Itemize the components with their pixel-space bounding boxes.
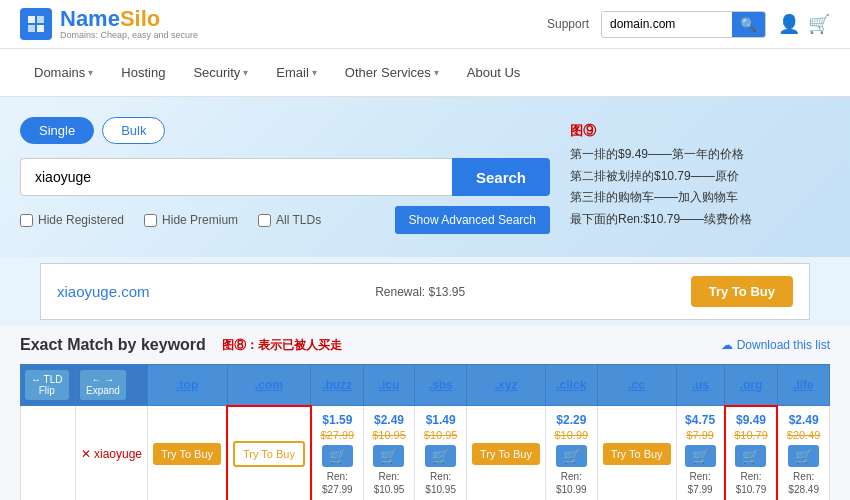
tld-table: ↔ TLDFlip ← →Expand .top .com .buzz .icu… (20, 364, 830, 500)
expand-button[interactable]: ← →Expand (80, 370, 126, 400)
col-com[interactable]: .com (227, 365, 311, 406)
domain-search-small[interactable]: 🔍 (601, 11, 766, 38)
logo-tagline: Domains: Cheap, easy and secure (60, 30, 198, 40)
col-org[interactable]: .org (725, 365, 778, 406)
cart-sbs[interactable]: 🛒 (425, 445, 456, 467)
top-bar: NameSilo Domains: Cheap, easy and secure… (0, 0, 850, 49)
section-header: Exact Match by keyword 图⑧：表示已被人买走 ☁ Down… (20, 336, 830, 354)
search-tabs: Single Bulk (20, 117, 550, 144)
logo-text: NameSilo Domains: Cheap, easy and secure (60, 8, 198, 40)
col-click[interactable]: .click (545, 365, 597, 406)
nav-email[interactable]: Email ▾ (262, 49, 331, 96)
figure8-label: 图⑧：表示已被人买走 (222, 337, 342, 354)
advanced-search-button[interactable]: Show Advanced Search (395, 206, 550, 234)
cell-top: Try To Buy (148, 406, 227, 501)
chevron-down-icon: ▾ (243, 67, 248, 78)
nav-about-us[interactable]: About Us (453, 49, 534, 96)
domain-try-buy-button[interactable]: Try To Buy (691, 276, 793, 307)
col-xyz[interactable]: .xyz (467, 365, 546, 406)
cell-buzz: $1.59 $27.99 🛒 Ren: $27.99 (311, 406, 363, 501)
logo-name: NameSilo (60, 8, 198, 30)
cell-icu: $2.49 $10.95 🛒 Ren: $10.95 (363, 406, 415, 501)
hide-registered-filter[interactable]: Hide Registered (20, 213, 124, 227)
hero-section: Single Bulk Search Hide Registered Hide … (0, 97, 850, 257)
all-tlds-filter[interactable]: All TLDs (258, 213, 321, 227)
main-search-input[interactable] (20, 158, 452, 196)
col-sbs[interactable]: .sbs (415, 365, 467, 406)
annot-line1: 第一排的$9.49——第一年的价格 (570, 144, 830, 166)
bulk-tab[interactable]: Bulk (102, 117, 165, 144)
figure9-label: 图⑨ (570, 122, 830, 140)
cart-icon[interactable]: 🛒 (808, 13, 830, 35)
main-content: Exact Match by keyword 图⑧：表示已被人买走 ☁ Down… (0, 326, 850, 500)
svg-rect-0 (28, 16, 35, 23)
cart-us[interactable]: 🛒 (685, 445, 716, 467)
cart-life[interactable]: 🛒 (788, 445, 819, 467)
chevron-down-icon: ▾ (312, 67, 317, 78)
cell-click: $2.29 $10.99 🛒 Ren: $10.99 (545, 406, 597, 501)
download-icon: ☁ (721, 338, 733, 352)
nav-hosting[interactable]: Hosting (107, 49, 179, 96)
nav-security[interactable]: Security ▾ (179, 49, 262, 96)
renewal-price: Renewal: $13.95 (375, 285, 465, 299)
col-buzz[interactable]: .buzz (311, 365, 363, 406)
cell-com: Try To Buy (227, 406, 311, 501)
table-row: ✕ xiaoyuge Try To Buy Try To Buy (21, 406, 830, 501)
hide-premium-filter[interactable]: Hide Premium (144, 213, 238, 227)
annot-line3: 第三排的购物车——加入购物车 (570, 187, 830, 209)
cell-sbs: $1.49 $10.95 🛒 Ren: $10.95 (415, 406, 467, 501)
expand-col-header: ← →Expand (76, 365, 148, 406)
price-click: $2.29 $10.99 🛒 Ren: $10.99 (551, 413, 592, 497)
support-label: Support (547, 17, 589, 31)
annotation-block: 图⑨ 第一排的$9.49——第一年的价格 第二排被划掉的$10.79——原价 第… (570, 117, 830, 230)
cart-org[interactable]: 🛒 (735, 445, 766, 467)
price-life: $2.49 $20.49 🛒 Ren: $28.49 (783, 413, 824, 497)
cell-cc: Try To Buy (597, 406, 676, 501)
cell-xyz: Try To Buy (467, 406, 546, 501)
col-cc[interactable]: .cc (597, 365, 676, 406)
svg-rect-1 (37, 16, 44, 23)
cell-us: $4.75 $7.99 🛒 Ren: $7.99 (676, 406, 725, 501)
cart-buzz[interactable]: 🛒 (322, 445, 353, 467)
nav-domains[interactable]: Domains ▾ (20, 49, 107, 96)
domain-name: xiaoyuge.com (57, 283, 150, 300)
cell-life: $2.49 $20.49 🛒 Ren: $28.49 (777, 406, 829, 501)
annot-line2: 第二排被划掉的$10.79——原价 (570, 166, 830, 188)
domain-search-small-button[interactable]: 🔍 (732, 12, 765, 37)
single-tab[interactable]: Single (20, 117, 94, 144)
try-buy-xyz[interactable]: Try To Buy (472, 443, 540, 465)
filter-row: Hide Registered Hide Premium All TLDs Sh… (20, 206, 550, 234)
cart-icu[interactable]: 🛒 (373, 445, 404, 467)
search-button[interactable]: Search (452, 158, 550, 196)
keyword-label: xiaoyuge (94, 447, 142, 461)
svg-rect-3 (37, 25, 44, 32)
annotation-lines: 第一排的$9.49——第一年的价格 第二排被划掉的$10.79——原价 第三排的… (570, 144, 830, 230)
col-top[interactable]: .top (148, 365, 227, 406)
try-buy-top[interactable]: Try To Buy (153, 443, 221, 465)
cart-click[interactable]: 🛒 (556, 445, 587, 467)
account-icon[interactable]: 👤 (778, 13, 800, 35)
row-keyword: ✕ xiaoyuge (76, 406, 148, 501)
domain-result-row: xiaoyuge.com Renewal: $13.95 Try To Buy (40, 263, 810, 320)
logo-area: NameSilo Domains: Cheap, easy and secure (20, 8, 198, 40)
nav-other-services[interactable]: Other Services ▾ (331, 49, 453, 96)
chevron-down-icon: ▾ (434, 67, 439, 78)
row-flip (21, 406, 76, 501)
col-icu[interactable]: .icu (363, 365, 415, 406)
x-icon: ✕ (81, 447, 91, 461)
chevron-down-icon: ▾ (88, 67, 93, 78)
top-right: Support 🔍 👤 🛒 (547, 11, 830, 38)
try-buy-cc[interactable]: Try To Buy (603, 443, 671, 465)
col-life[interactable]: .life (777, 365, 829, 406)
main-search-row: Search (20, 158, 550, 196)
tld-table-container: ↔ TLDFlip ← →Expand .top .com .buzz .icu… (20, 364, 830, 500)
price-sbs: $1.49 $10.95 🛒 Ren: $10.95 (420, 413, 461, 497)
col-us[interactable]: .us (676, 365, 725, 406)
top-icons: 👤 🛒 (778, 13, 830, 35)
try-buy-com[interactable]: Try To Buy (233, 441, 305, 467)
download-list-link[interactable]: ☁ Download this list (721, 338, 830, 352)
nav-bar: Domains ▾ Hosting Security ▾ Email ▾ Oth… (0, 49, 850, 97)
flip-button[interactable]: ↔ TLDFlip (25, 370, 69, 400)
price-org: $9.49 $10.79 🛒 Ren: $10.79 (731, 413, 772, 497)
domain-search-input[interactable] (602, 13, 732, 35)
